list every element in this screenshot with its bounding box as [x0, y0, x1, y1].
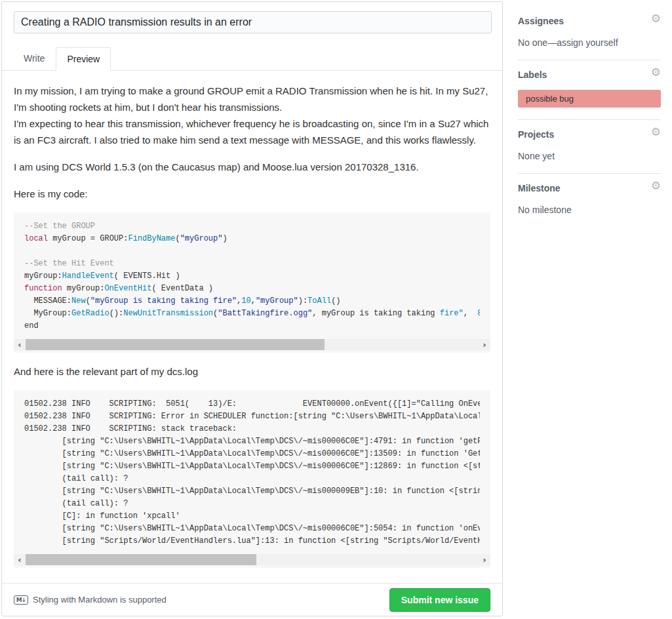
code-scrollbar-thumb[interactable] — [26, 339, 325, 350]
gear-icon[interactable]: ⚙ — [651, 180, 661, 191]
body-paragraph-3: Here is my code: — [14, 186, 490, 202]
preview-pane: In my mission, I am trying to make a gro… — [2, 71, 502, 568]
dcs-log-block: 01502.238 INFO SCRIPTING: 5051( 13)/E: E… — [14, 390, 490, 568]
scroll-right-icon[interactable]: › — [479, 554, 490, 565]
scroll-left-icon[interactable]: ‹ — [14, 554, 26, 565]
write-preview-tabs: Write Preview — [2, 47, 502, 71]
log-scrollbar[interactable]: ‹ › — [14, 554, 490, 565]
body-paragraph-2: I am using DCS World 1.5.3 (on the Cauca… — [14, 159, 490, 175]
issue-title-input[interactable] — [14, 11, 492, 33]
log-scrollbar-track[interactable] — [26, 554, 479, 565]
gear-icon[interactable]: ⚙ — [651, 127, 661, 138]
milestone-title: Milestone — [518, 183, 661, 193]
scroll-right-icon[interactable]: › — [479, 339, 490, 350]
issue-sidebar: Assignees ⚙ No one—assign yourself Label… — [518, 7, 661, 227]
assignees-title: Assignees — [518, 16, 661, 26]
projects-value: None yet — [518, 151, 661, 161]
markdown-icon: M↓ — [14, 595, 28, 605]
sidebar-section-projects: Projects ⚙ None yet — [518, 120, 661, 174]
body-paragraph-1: In my mission, I am trying to make a gro… — [14, 83, 490, 148]
tab-preview[interactable]: Preview — [56, 47, 111, 71]
labels-title: Labels — [518, 70, 661, 80]
milestone-value: No milestone — [518, 205, 661, 215]
sidebar-section-milestone: Milestone ⚙ No milestone — [518, 174, 661, 227]
label-possible-bug[interactable]: possible bug — [518, 90, 661, 108]
log-block-content: 01502.238 INFO SCRIPTING: 5051( 13)/E: E… — [24, 398, 480, 548]
submit-new-issue-button[interactable]: Submit new issue — [389, 588, 490, 612]
sidebar-section-labels: Labels ⚙ possible bug — [518, 60, 661, 120]
gear-icon[interactable]: ⚙ — [651, 67, 661, 78]
scroll-left-icon[interactable]: ‹ — [14, 339, 26, 350]
log-scrollbar-thumb[interactable] — [26, 554, 256, 565]
code-scrollbar[interactable]: ‹ › — [14, 339, 490, 350]
new-issue-card: Write Preview In my mission, I am trying… — [1, 1, 503, 616]
body-paragraph-4: And here is the relevant part of my dcs.… — [14, 363, 490, 380]
sidebar-section-assignees: Assignees ⚙ No one—assign yourself — [518, 7, 661, 60]
markdown-note[interactable]: M↓ Styling with Markdown is supported — [14, 595, 167, 605]
assignees-value[interactable]: No one—assign yourself — [518, 37, 661, 48]
tab-write[interactable]: Write — [12, 47, 56, 70]
markdown-note-label: Styling with Markdown is supported — [33, 595, 167, 605]
code-block-content: --Set the GROUPlocal myGroup = GROUP:Fin… — [24, 220, 480, 332]
code-scrollbar-track[interactable] — [26, 339, 479, 350]
projects-title: Projects — [518, 129, 661, 140]
lua-code-block: --Set the GROUPlocal myGroup = GROUP:Fin… — [14, 212, 490, 353]
gear-icon[interactable]: ⚙ — [651, 13, 661, 24]
compose-footer: M↓ Styling with Markdown is supported Su… — [2, 583, 502, 616]
